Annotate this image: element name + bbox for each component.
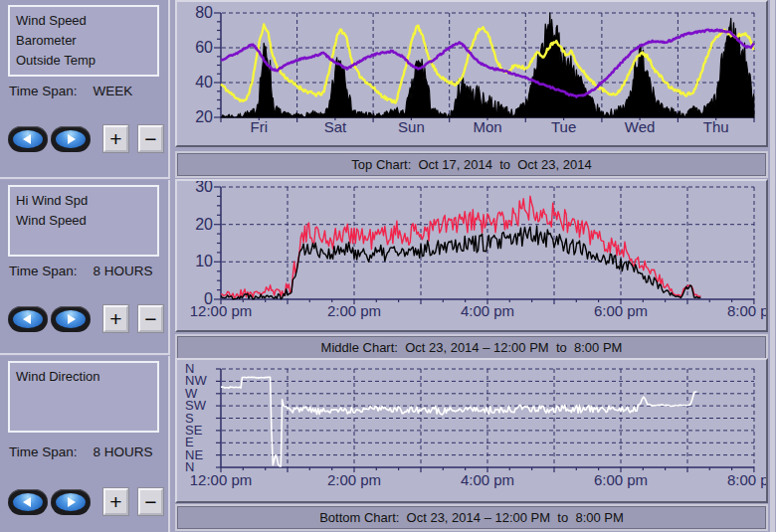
time-span-row: Time Span: 8 HOURS bbox=[9, 444, 153, 459]
right-arrow-icon bbox=[56, 310, 86, 328]
svg-text:20: 20 bbox=[195, 108, 213, 125]
left-arrow-icon bbox=[13, 130, 43, 148]
svg-text:6:00 pm: 6:00 pm bbox=[594, 302, 648, 319]
weather-chart-window: Wind Speed Barometer Outside Temp Time S… bbox=[0, 0, 776, 532]
right-arrow-icon bbox=[56, 130, 86, 148]
svg-text:2:00 pm: 2:00 pm bbox=[327, 471, 381, 488]
left-arrow-icon bbox=[13, 310, 43, 328]
legend-item: Hi Wind Spd bbox=[16, 191, 157, 211]
bottom-chart-plot: NNEESESSWWNWN12:00 pm2:00 pm4:00 pm6:00 … bbox=[177, 360, 766, 501]
zoom-out-button[interactable]: − bbox=[138, 125, 163, 152]
svg-text:Sat: Sat bbox=[324, 118, 347, 135]
svg-text:8:00 pm: 8:00 pm bbox=[727, 471, 766, 488]
svg-text:30: 30 bbox=[195, 181, 213, 195]
scroll-forward-button[interactable] bbox=[51, 489, 91, 515]
chart-nav-buttons: + − bbox=[8, 488, 163, 515]
middle-chart-plot: 010203012:00 pm2:00 pm4:00 pm6:00 pm8:00… bbox=[177, 181, 766, 330]
svg-text:Tue: Tue bbox=[551, 118, 576, 135]
top-chart-control-panel: Wind Speed Barometer Outside Temp Time S… bbox=[0, 0, 170, 179]
svg-text:4:00 pm: 4:00 pm bbox=[461, 471, 514, 488]
time-span-value: WEEK bbox=[94, 84, 133, 98]
time-span-value: 8 HOURS bbox=[94, 444, 153, 459]
legend-item: Wind Speed bbox=[16, 11, 157, 31]
legend-item: Barometer bbox=[16, 31, 157, 51]
bottom-chart-control-panel: Wind Direction Time Span: 8 HOURS + − bbox=[0, 356, 170, 532]
top-chart: 20406080FriSatSunMonTueWedThu bbox=[175, 0, 768, 147]
scroll-back-button[interactable] bbox=[8, 306, 48, 332]
top-chart-caption: Top Chart: Oct 17, 2014 to Oct 23, 2014 bbox=[177, 153, 766, 176]
svg-text:80: 80 bbox=[195, 4, 213, 21]
middle-chart-caption: Middle Chart: Oct 23, 2014 – 12:00 PM to… bbox=[177, 336, 766, 359]
svg-text:8:00 pm: 8:00 pm bbox=[727, 302, 766, 319]
zoom-in-button[interactable]: + bbox=[103, 125, 128, 152]
legend-item: Wind Direction bbox=[16, 367, 157, 387]
zoom-out-button[interactable]: − bbox=[138, 488, 163, 515]
zoom-in-button[interactable]: + bbox=[103, 488, 128, 515]
bottom-chart: NNEESESSWWNWN12:00 pm2:00 pm4:00 pm6:00 … bbox=[175, 358, 768, 503]
svg-text:4:00 pm: 4:00 pm bbox=[461, 302, 514, 319]
svg-text:Fri: Fri bbox=[251, 118, 268, 135]
time-span-label: Time Span: bbox=[9, 84, 78, 98]
time-span-label: Time Span: bbox=[9, 444, 78, 459]
bottom-chart-caption: Bottom Chart: Oct 23, 2014 – 12:00 PM to… bbox=[177, 506, 766, 529]
zoom-out-button[interactable]: − bbox=[138, 305, 163, 332]
time-span-row: Time Span: 8 HOURS bbox=[9, 264, 153, 278]
legend-item: Outside Temp bbox=[16, 51, 157, 71]
svg-text:2:00 pm: 2:00 pm bbox=[327, 302, 381, 319]
top-chart-plot: 20406080FriSatSunMonTueWedThu bbox=[177, 2, 766, 145]
top-legend-box: Wind Speed Barometer Outside Temp bbox=[8, 5, 159, 77]
bottom-legend-box: Wind Direction bbox=[8, 361, 159, 433]
svg-text:10: 10 bbox=[195, 253, 213, 269]
middle-legend-box: Hi Wind Spd Wind Speed bbox=[8, 185, 159, 257]
time-span-value: 8 HOURS bbox=[94, 264, 153, 278]
window-edge bbox=[770, 0, 775, 532]
svg-text:12:00 pm: 12:00 pm bbox=[190, 302, 253, 319]
scroll-back-button[interactable] bbox=[8, 126, 48, 152]
time-span-row: Time Span: WEEK bbox=[9, 84, 132, 98]
left-arrow-icon bbox=[13, 493, 43, 511]
svg-text:Mon: Mon bbox=[473, 118, 501, 135]
scroll-forward-button[interactable] bbox=[51, 306, 91, 332]
svg-text:60: 60 bbox=[195, 39, 213, 56]
svg-text:Thu: Thu bbox=[703, 118, 729, 135]
svg-text:N: N bbox=[185, 361, 194, 376]
time-span-label: Time Span: bbox=[9, 264, 78, 278]
svg-text:Wed: Wed bbox=[625, 118, 656, 135]
svg-text:40: 40 bbox=[195, 74, 213, 90]
zoom-in-button[interactable]: + bbox=[103, 305, 128, 332]
chart-nav-buttons: + − bbox=[8, 125, 163, 152]
chart-nav-buttons: + − bbox=[8, 305, 163, 332]
right-arrow-icon bbox=[56, 493, 86, 511]
legend-item: Wind Speed bbox=[16, 211, 157, 231]
svg-text:Sun: Sun bbox=[398, 118, 425, 135]
scroll-back-button[interactable] bbox=[8, 489, 48, 515]
scroll-forward-button[interactable] bbox=[51, 126, 91, 152]
middle-chart-control-panel: Hi Wind Spd Wind Speed Time Span: 8 HOUR… bbox=[0, 180, 170, 355]
svg-text:6:00 pm: 6:00 pm bbox=[594, 471, 648, 488]
svg-text:12:00 pm: 12:00 pm bbox=[190, 471, 253, 488]
svg-text:20: 20 bbox=[195, 216, 213, 233]
middle-chart: 010203012:00 pm2:00 pm4:00 pm6:00 pm8:00… bbox=[175, 179, 768, 332]
